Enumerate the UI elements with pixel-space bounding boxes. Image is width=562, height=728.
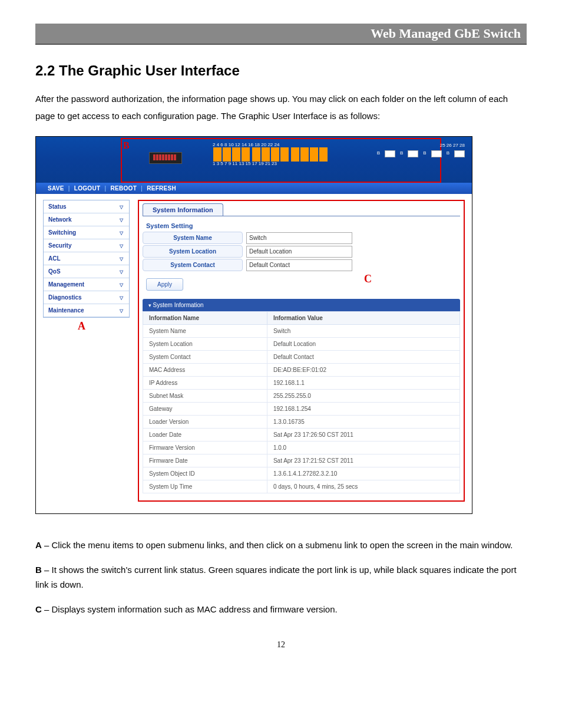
- sidebar-item-switching[interactable]: Switching ▽: [44, 226, 129, 239]
- chevron-down-icon: ▽: [118, 269, 124, 274]
- chevron-down-icon: ▽: [118, 218, 124, 222]
- system-contact-label: System Contact: [143, 259, 243, 271]
- section-title: 2.2 The Graphic User Interface: [35, 62, 527, 79]
- info-value-cell: Sat Apr 23 17:26:50 CST 2011: [267, 429, 459, 442]
- content-panel: C System Information System Setting Syst…: [138, 200, 465, 502]
- info-name-cell: IP Address: [143, 377, 267, 390]
- system-name-input[interactable]: [246, 232, 352, 244]
- sidebar-item-maintenance[interactable]: Maintenance ▽: [44, 304, 129, 317]
- table-row: Loader DateSat Apr 23 17:26:50 CST 2011: [143, 429, 460, 442]
- system-setting-heading: System Setting: [146, 222, 460, 229]
- system-contact-input[interactable]: [246, 259, 352, 271]
- sidebar-item-management[interactable]: Management ▽: [44, 278, 129, 291]
- info-table-body: System NameSwitchSystem LocationDefault …: [143, 325, 460, 493]
- apply-button[interactable]: Apply: [146, 278, 183, 291]
- sidebar-item-label: Diagnostics: [48, 294, 82, 301]
- info-table-head-value: Information Value: [267, 312, 459, 325]
- sidebar-item-label: Network: [48, 216, 71, 223]
- reboot-button[interactable]: REBOOT: [110, 185, 137, 192]
- sidebar-item-diagnostics[interactable]: Diagnostics ▽: [44, 291, 129, 304]
- sidebar-item-label: Maintenance: [48, 307, 84, 314]
- info-value-cell: 1.3.6.1.4.1.27282.3.2.10: [267, 467, 459, 480]
- table-row: System NameSwitch: [143, 325, 460, 338]
- info-value-cell: Default Contact: [267, 351, 459, 364]
- info-name-cell: Firmware Date: [143, 454, 267, 467]
- legend-a: A – Click the menu items to open submenu…: [35, 538, 527, 553]
- info-value-cell: 255.255.255.0: [267, 390, 459, 403]
- sidebar-item-label: Status: [48, 203, 67, 210]
- tab-system-information[interactable]: System Information: [143, 203, 223, 216]
- intro-paragraph: After the password authorization, the in…: [35, 91, 527, 124]
- table-row: Firmware DateSat Apr 23 17:21:52 CST 201…: [143, 454, 460, 467]
- gui-screenshot: B 2 4 6 8 10 12 14 16 18 20 22 24 1 3 5 …: [35, 136, 472, 514]
- sidebar-item-label: ACL: [48, 255, 61, 262]
- info-name-cell: System Name: [143, 325, 267, 338]
- sidebar-item-label: QoS: [48, 268, 61, 275]
- chevron-down-icon: ▽: [118, 205, 124, 209]
- table-row: Loader Version1.3.0.16735: [143, 416, 460, 429]
- info-value-cell: 1.3.0.16735: [267, 416, 459, 429]
- logout-button[interactable]: LOGOUT: [74, 185, 101, 192]
- chevron-down-icon: ▽: [118, 282, 124, 287]
- legend-c: C – Displays system information such as …: [35, 602, 527, 617]
- info-panel-header[interactable]: System Information: [143, 299, 460, 311]
- info-name-cell: MAC Address: [143, 364, 267, 377]
- sidebar-item-security[interactable]: Security ▽: [44, 239, 129, 252]
- info-table-head-name: Information Name: [143, 312, 267, 325]
- info-value-cell: Sat Apr 23 17:21:52 CST 2011: [267, 454, 459, 467]
- info-name-cell: Gateway: [143, 403, 267, 416]
- toolbar-sep: |: [141, 185, 143, 192]
- info-name-cell: System Object ID: [143, 467, 267, 480]
- info-name-cell: Loader Date: [143, 429, 267, 442]
- sidebar-item-acl[interactable]: ACL ▽: [44, 252, 129, 265]
- info-name-cell: System Location: [143, 338, 267, 351]
- legend-b: B – It shows the switch's current link s…: [35, 562, 527, 592]
- toolbar: SAVE | LOGOUT | REBOOT | REFRESH: [36, 183, 472, 194]
- tab-strip: System Information: [143, 203, 460, 216]
- legend-block: A – Click the menu items to open submenu…: [35, 538, 527, 617]
- table-row: System Object ID1.3.6.1.4.1.27282.3.2.10: [143, 467, 460, 480]
- refresh-button[interactable]: REFRESH: [147, 185, 176, 192]
- chevron-down-icon: ▽: [118, 295, 124, 300]
- table-row: Firmware Version1.0.0: [143, 442, 460, 454]
- info-value-cell: Default Location: [267, 338, 459, 351]
- sidebar-item-status[interactable]: Status ▽: [44, 200, 129, 213]
- sidebar-item-network[interactable]: Network ▽: [44, 213, 129, 226]
- system-location-label: System Location: [143, 245, 243, 258]
- info-value-cell: 0 days, 0 hours, 4 mins, 25 secs: [267, 480, 459, 493]
- info-name-cell: System Up Time: [143, 480, 267, 493]
- info-table: Information Name Information Value Syste…: [143, 311, 460, 493]
- sidebar-item-qos[interactable]: QoS ▽: [44, 265, 129, 278]
- info-name-cell: Subnet Mask: [143, 390, 267, 403]
- info-value-cell: Switch: [267, 325, 459, 338]
- table-row: IP Address192.168.1.1: [143, 377, 460, 390]
- chevron-down-icon: ▽: [118, 256, 124, 261]
- device-thumbnail: [149, 152, 182, 164]
- port-row-top: [213, 147, 328, 154]
- info-value-cell: 192.168.1.254: [267, 403, 459, 416]
- sfp-labels: 25 26 27 28: [377, 143, 465, 148]
- sfp-section: 25 26 27 28 B B B B: [377, 143, 465, 157]
- chevron-down-icon: ▽: [118, 230, 124, 235]
- main-area: Status ▽ Network ▽ Switching ▽ Security …: [36, 194, 472, 513]
- save-button[interactable]: SAVE: [48, 185, 64, 192]
- sidebar-item-label: Management: [48, 281, 84, 288]
- top-banner: B 2 4 6 8 10 12 14 16 18 20 22 24 1 3 5 …: [36, 137, 472, 183]
- callout-c-label: C: [364, 273, 372, 285]
- port-labels-bottom: 1 3 5 7 9 11 13 15 17 19 21 23: [213, 162, 328, 166]
- info-panel-title: System Information: [153, 302, 204, 308]
- callout-b-label: B: [123, 140, 130, 151]
- table-row: System ContactDefault Contact: [143, 351, 460, 364]
- system-location-input[interactable]: [246, 246, 352, 258]
- sidebar: Status ▽ Network ▽ Switching ▽ Security …: [43, 200, 130, 318]
- table-row: System Up Time0 days, 0 hours, 4 mins, 2…: [143, 480, 460, 493]
- info-name-cell: Loader Version: [143, 416, 267, 429]
- info-name-cell: System Contact: [143, 351, 267, 364]
- chevron-down-icon: ▽: [118, 243, 124, 248]
- port-diagram: 2 4 6 8 10 12 14 16 18 20 22 24 1 3 5 7 …: [213, 143, 328, 166]
- info-value-cell: 1.0.0: [267, 442, 459, 454]
- toolbar-sep: |: [104, 185, 106, 192]
- page-number: 12: [35, 640, 527, 650]
- info-value-cell: 192.168.1.1: [267, 377, 459, 390]
- chevron-down-icon: ▽: [118, 308, 124, 313]
